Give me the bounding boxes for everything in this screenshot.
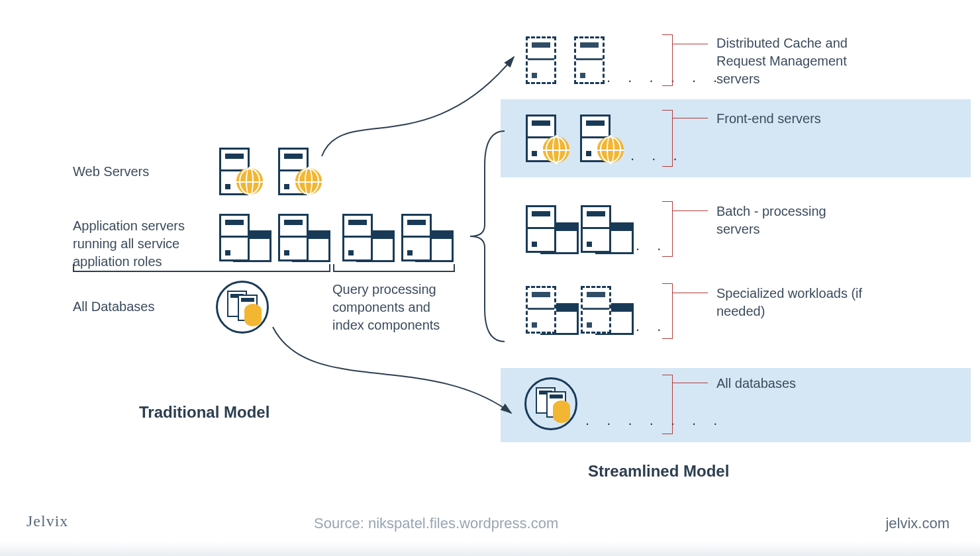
bracket-icon — [662, 201, 673, 257]
label-batch: Batch - processing servers — [716, 203, 862, 238]
brand-logo: Jelvix — [26, 512, 68, 530]
bracket-icon — [662, 375, 673, 434]
globe-icon — [236, 168, 263, 195]
bracket-lead-icon — [672, 210, 708, 211]
globe-icon — [295, 168, 322, 195]
label-distributed: Distributed Cache and Request Management… — [716, 34, 869, 88]
database-cluster-icon — [524, 377, 577, 430]
globe-icon — [543, 136, 569, 163]
server-dashed-icon — [574, 36, 605, 84]
label-specialized: Specialized workloads (if needed) — [716, 285, 869, 320]
globe-icon — [597, 136, 624, 163]
label-frontend: Front-end servers — [716, 110, 862, 128]
label-web-servers: Web Servers — [73, 163, 149, 181]
bracket-icon — [662, 110, 673, 167]
server-icon — [526, 205, 556, 253]
bracket-lead-icon — [672, 293, 708, 293]
source-attribution: Source: nikspatel.files.wordpress.com — [314, 515, 558, 532]
server-dashed-icon — [581, 286, 611, 334]
label-all-databases: All Databases — [73, 298, 154, 316]
server-icon — [219, 214, 250, 261]
server-icon — [342, 214, 373, 261]
site-url: jelvix.com — [885, 515, 950, 532]
bracket-lead-icon — [672, 44, 708, 44]
bracket-icon — [333, 264, 455, 272]
ellipsis-icon: . . . . . . . — [585, 412, 724, 429]
bracket-icon — [662, 34, 673, 86]
title-traditional: Traditional Model — [139, 402, 270, 423]
arrow-top-icon — [315, 50, 527, 163]
label-all-db-right: All databases — [716, 375, 862, 393]
label-app-servers: Application servers running all service … — [73, 217, 205, 271]
diagram-canvas: Web Servers Application servers running … — [0, 0, 980, 556]
ellipsis-icon: . . . — [630, 147, 684, 164]
bracket-icon — [73, 264, 330, 272]
server-dashed-icon — [526, 286, 556, 334]
bracket-lead-icon — [672, 118, 708, 118]
arrow-bottom-icon — [269, 318, 520, 430]
server-icon — [581, 205, 611, 253]
server-icon — [278, 214, 309, 261]
page-shadow — [0, 541, 980, 556]
database-cluster-icon — [216, 281, 269, 334]
title-streamlined: Streamlined Model — [588, 461, 729, 482]
bracket-icon — [662, 283, 673, 339]
server-dashed-icon — [526, 36, 556, 84]
server-icon — [401, 214, 432, 261]
bracket-lead-icon — [672, 383, 708, 383]
